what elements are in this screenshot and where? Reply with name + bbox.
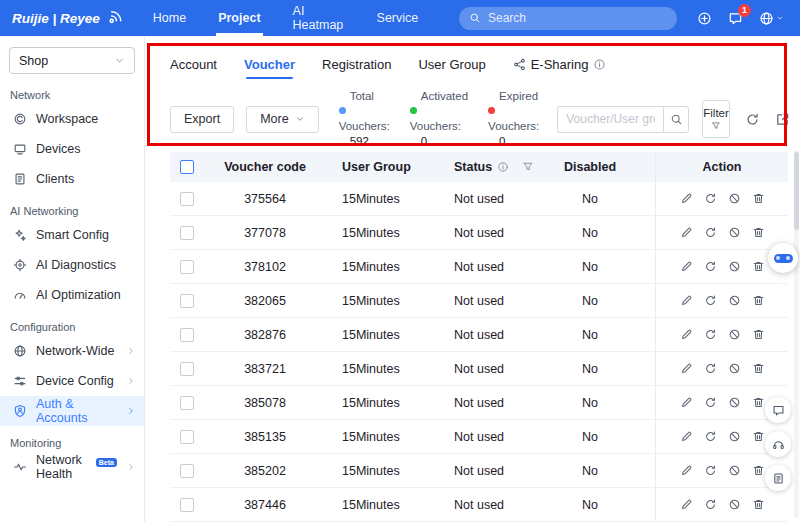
- edit-button[interactable]: [680, 328, 693, 341]
- row-checkbox[interactable]: [180, 226, 194, 240]
- delete-button[interactable]: [752, 362, 765, 375]
- row-checkbox[interactable]: [180, 294, 194, 308]
- sidebar-item-workspace[interactable]: Workspace: [0, 104, 144, 134]
- renew-button[interactable]: [704, 260, 717, 273]
- sidebar-item-network-wide[interactable]: Network-Wide: [0, 336, 144, 366]
- delete-button[interactable]: [752, 328, 765, 341]
- sidebar-item-smart-config[interactable]: Smart Config: [0, 220, 144, 250]
- sidebar-item-devices[interactable]: Devices: [0, 134, 144, 164]
- renew-button[interactable]: [704, 464, 717, 477]
- delete-button[interactable]: [752, 498, 765, 511]
- tab-e-sharing[interactable]: E-Sharing: [513, 57, 607, 72]
- edit-button[interactable]: [680, 226, 693, 239]
- edit-button[interactable]: [680, 396, 693, 409]
- nav-service[interactable]: Service: [361, 0, 445, 36]
- filter-button[interactable]: Filter: [702, 100, 730, 138]
- delete-button[interactable]: [752, 226, 765, 239]
- delete-button[interactable]: [752, 464, 765, 477]
- renew-button[interactable]: [704, 226, 717, 239]
- sidebar-item-auth-accounts[interactable]: Auth & Accounts: [0, 396, 144, 426]
- select-all-checkbox[interactable]: [180, 160, 194, 174]
- survey-button[interactable]: [765, 465, 791, 491]
- column-header-status[interactable]: Status: [444, 160, 552, 174]
- feedback-button[interactable]: [765, 397, 791, 423]
- row-checkbox[interactable]: [180, 260, 194, 274]
- sidebar-item-ai-optimization[interactable]: AI Optimization: [0, 280, 144, 310]
- nav-ai-heatmap[interactable]: AI Heatmap: [277, 0, 361, 36]
- share-export-button[interactable]: [775, 112, 790, 127]
- edit-button[interactable]: [680, 362, 693, 375]
- edit-button[interactable]: [680, 464, 693, 477]
- column-header-disabled[interactable]: Disabled: [552, 160, 628, 174]
- sidebar-item-clients[interactable]: Clients: [0, 164, 144, 194]
- row-checkbox[interactable]: [180, 498, 194, 512]
- more-button[interactable]: More: [246, 106, 318, 133]
- global-search[interactable]: [459, 7, 677, 30]
- scrollbar-track[interactable]: [794, 150, 799, 518]
- disable-button[interactable]: [728, 328, 741, 341]
- edit-button[interactable]: [680, 294, 693, 307]
- disable-button[interactable]: [728, 362, 741, 375]
- renew-button[interactable]: [704, 328, 717, 341]
- language-button[interactable]: [759, 11, 784, 26]
- renew-button[interactable]: [704, 192, 717, 205]
- global-search-input[interactable]: [488, 11, 667, 25]
- delete-button[interactable]: [752, 396, 765, 409]
- info-icon[interactable]: [593, 58, 606, 71]
- disable-button[interactable]: [728, 260, 741, 273]
- renew-button[interactable]: [704, 362, 717, 375]
- brand-logo[interactable]: Ruijie | Reyee: [0, 9, 137, 27]
- delete-button[interactable]: [752, 430, 765, 443]
- renew-button[interactable]: [704, 498, 717, 511]
- scrollbar-thumb[interactable]: [794, 152, 799, 230]
- voucher-search-input[interactable]: [557, 106, 663, 133]
- row-checkbox[interactable]: [180, 396, 194, 410]
- export-button[interactable]: Export: [170, 106, 234, 133]
- status-info[interactable]: [497, 161, 509, 173]
- delete-button[interactable]: [752, 294, 765, 307]
- refresh-button[interactable]: [745, 112, 760, 127]
- renew-button[interactable]: [704, 294, 717, 307]
- renew-button[interactable]: [704, 430, 717, 443]
- shop-selector[interactable]: Shop: [9, 47, 135, 74]
- nav-home[interactable]: Home: [137, 0, 202, 36]
- support-button[interactable]: [765, 431, 791, 457]
- row-checkbox[interactable]: [180, 430, 194, 444]
- sidebar-item-ai-diagnostics[interactable]: AI Diagnostics: [0, 250, 144, 280]
- disable-button[interactable]: [728, 294, 741, 307]
- tab-user-group[interactable]: User Group: [418, 57, 485, 72]
- delete-button[interactable]: [752, 192, 765, 205]
- add-circle-button[interactable]: [697, 11, 712, 26]
- disable-button[interactable]: [728, 396, 741, 409]
- edit-button[interactable]: [680, 430, 693, 443]
- row-checkbox[interactable]: [180, 192, 194, 206]
- ai-assistant-button[interactable]: [768, 243, 798, 273]
- nav-project[interactable]: Project: [202, 0, 276, 36]
- edit-button[interactable]: [680, 498, 693, 511]
- tab-voucher[interactable]: Voucher: [244, 57, 295, 72]
- red-dot-icon: [488, 107, 495, 114]
- row-checkbox[interactable]: [180, 464, 194, 478]
- voucher-search-button[interactable]: [663, 106, 689, 133]
- tab-account[interactable]: Account: [170, 57, 217, 72]
- status-filter[interactable]: [522, 161, 534, 173]
- column-header-voucher-code[interactable]: Voucher code: [204, 160, 326, 174]
- sidebar-item-network-health[interactable]: Network HealthBeta: [0, 452, 144, 482]
- edit-button[interactable]: [680, 192, 693, 205]
- disable-button[interactable]: [728, 430, 741, 443]
- edit-button[interactable]: [680, 260, 693, 273]
- row-checkbox[interactable]: [180, 328, 194, 342]
- sidebar-item-device-config[interactable]: Device Config: [0, 366, 144, 396]
- renew-button[interactable]: [704, 396, 717, 409]
- disable-button[interactable]: [728, 226, 741, 239]
- disabled-cell: No: [552, 260, 628, 274]
- disable-button[interactable]: [728, 192, 741, 205]
- status-header-label: Status: [454, 160, 492, 174]
- disable-button[interactable]: [728, 464, 741, 477]
- disable-button[interactable]: [728, 498, 741, 511]
- column-header-user-group[interactable]: User Group: [326, 160, 444, 174]
- notifications-button[interactable]: 1: [728, 11, 743, 26]
- tab-registration[interactable]: Registration: [322, 57, 391, 72]
- row-checkbox[interactable]: [180, 362, 194, 376]
- delete-button[interactable]: [752, 260, 765, 273]
